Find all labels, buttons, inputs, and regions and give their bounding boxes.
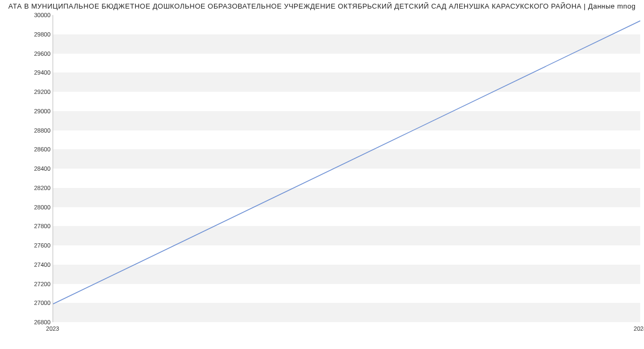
y-tick-label: 26800 — [24, 319, 50, 325]
y-tick-label: 28000 — [24, 204, 50, 210]
y-tick-label: 27800 — [24, 223, 50, 229]
y-tick-label: 28200 — [24, 185, 50, 191]
y-tick-label: 28400 — [24, 165, 50, 172]
y-tick-label: 28800 — [24, 127, 50, 134]
y-tick-label: 27400 — [24, 261, 50, 268]
y-tick-label: 29800 — [24, 31, 50, 38]
series-line — [53, 21, 640, 304]
chart-title: АТА В МУНИЦИПАЛЬНОЕ БЮДЖЕТНОЕ ДОШКОЛЬНОЕ… — [0, 2, 644, 10]
y-tick-label: 27200 — [24, 281, 50, 287]
y-tick-label: 27000 — [24, 300, 50, 306]
x-tick-label: 2024 — [634, 325, 644, 332]
y-tick-label: 27600 — [24, 242, 50, 249]
y-tick-label: 30000 — [24, 12, 50, 18]
x-tick-label: 2023 — [46, 325, 59, 332]
y-tick-label: 29600 — [24, 50, 50, 57]
chart-container: АТА В МУНИЦИПАЛЬНОЕ БЮДЖЕТНОЕ ДОШКОЛЬНОЕ… — [0, 0, 644, 349]
line-layer — [53, 15, 640, 322]
y-tick-label: 29000 — [24, 108, 50, 114]
y-tick-label: 29400 — [24, 69, 50, 76]
plot-area — [53, 15, 640, 322]
y-tick-label: 28600 — [24, 146, 50, 152]
y-tick-label: 29200 — [24, 89, 50, 95]
